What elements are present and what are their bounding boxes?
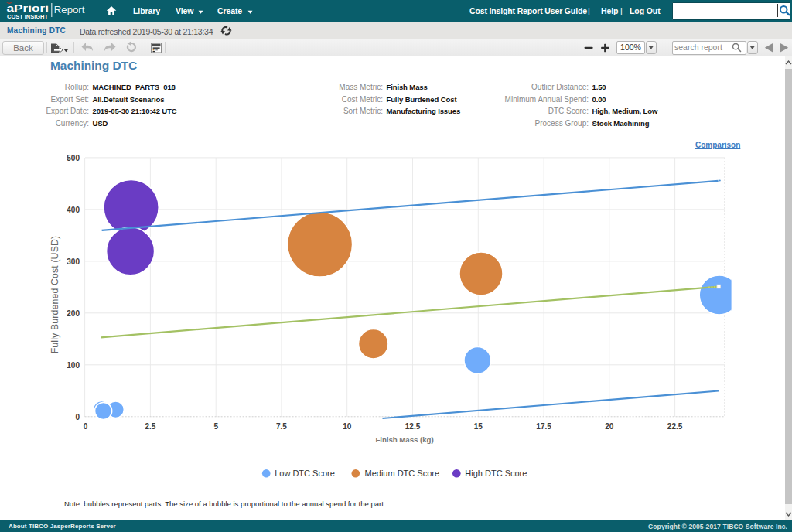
svg-text:0: 0 [75, 413, 80, 421]
svg-text:Finish Mass (kg): Finish Mass (kg) [375, 435, 433, 444]
svg-text:15: 15 [474, 422, 483, 431]
svg-text:300: 300 [67, 257, 80, 266]
svg-text:500: 500 [67, 154, 80, 162]
svg-text:Low DTC Score: Low DTC Score [275, 469, 335, 478]
svg-text:0: 0 [84, 422, 88, 431]
svg-text:High DTC Score: High DTC Score [465, 469, 527, 478]
svg-text:100: 100 [67, 361, 80, 370]
svg-text:Medium DTC Score: Medium DTC Score [365, 469, 440, 478]
svg-text:20: 20 [605, 422, 614, 431]
svg-text:400: 400 [67, 206, 80, 214]
svg-text:12.5: 12.5 [405, 422, 421, 431]
svg-text:5: 5 [213, 422, 218, 431]
svg-text:22.5: 22.5 [667, 422, 683, 431]
svg-text:2.5: 2.5 [145, 422, 155, 431]
svg-text:200: 200 [67, 309, 80, 318]
svg-text:17.5: 17.5 [536, 422, 551, 431]
svg-text:7.5: 7.5 [276, 422, 287, 431]
svg-text:10: 10 [343, 422, 352, 431]
svg-text:Fully Burdened Cost (USD): Fully Burdened Cost (USD) [50, 236, 60, 354]
